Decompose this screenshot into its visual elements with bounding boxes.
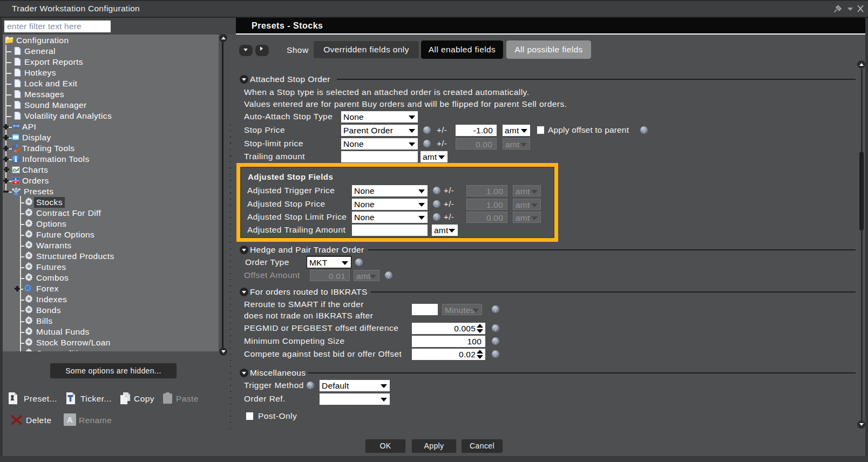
svg-text:A: A	[67, 415, 73, 424]
